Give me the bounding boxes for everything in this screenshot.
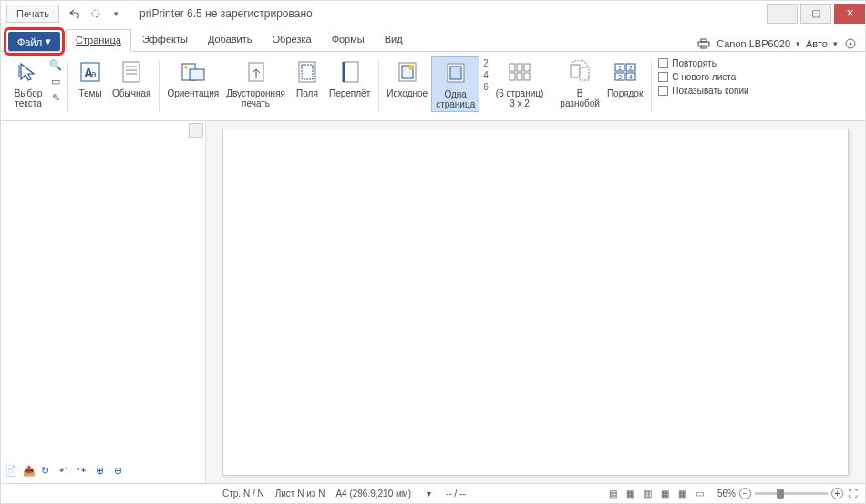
margins-button[interactable]: Поля [289, 56, 325, 110]
one-page-button[interactable]: Одна страница [431, 56, 479, 112]
svg-rect-31 [517, 73, 522, 80]
minimize-button[interactable]: — [767, 4, 798, 24]
status-sheet: Лист N из N [275, 489, 325, 499]
svg-text:2: 2 [629, 65, 633, 71]
showcopies-checkbox[interactable]: Показывать копии [655, 85, 751, 97]
svg-text:a: a [91, 69, 97, 79]
ribbon-group-select: Выбор текста 🔍 ▭ ✎ [6, 56, 67, 117]
pages-4-button[interactable]: 4 [481, 69, 490, 81]
six-pages-button[interactable]: (6 страниц) 3 x 2 [492, 56, 548, 110]
tab-effects[interactable]: Эффекты [133, 29, 197, 51]
view-single-icon[interactable]: ▤ [607, 488, 620, 500]
line-tool-icon[interactable]: ✎ [48, 90, 63, 105]
ribbon-group-themes: Aa Темы Обычная [68, 56, 158, 117]
rotate-right-icon[interactable]: ↷ [77, 465, 92, 479]
status-position: -- / -- [446, 489, 466, 499]
add-page-icon[interactable]: 📄 [5, 465, 19, 479]
select-text-button[interactable]: Выбор текста [10, 56, 46, 110]
fit-page-icon[interactable]: ⛶ [847, 488, 860, 500]
ribbon-group-order: В разнобой 1234 Порядок [552, 56, 650, 117]
printer-name[interactable]: Canon LBP6020 [717, 38, 790, 49]
printer-mode[interactable]: Авто [806, 38, 828, 49]
themes-button[interactable]: Aa Темы [72, 56, 108, 100]
pages-2-button[interactable]: 2 [481, 57, 490, 69]
refresh-icon[interactable]: ↻ [41, 465, 56, 479]
normal-button[interactable]: Обычная [108, 56, 154, 100]
preview-canvas[interactable] [206, 121, 865, 483]
select-text-label: Выбор текста [15, 88, 43, 108]
ribbon-group-pages: Исходное Одна страница 2 4 6 (6 страниц)… [379, 56, 551, 117]
view-continuous-icon[interactable]: ▦ [624, 488, 637, 500]
source-icon [393, 57, 422, 87]
binding-button[interactable]: Переплёт [325, 56, 374, 110]
pages-6-button[interactable]: 6 [481, 81, 490, 93]
repeat-checkbox[interactable]: Повторять [655, 57, 751, 69]
tab-add[interactable]: Добавить [199, 29, 262, 51]
orientation-button[interactable]: Ориентация [163, 56, 222, 110]
zoom-in-button[interactable]: + [831, 488, 843, 499]
orientation-icon [179, 57, 208, 87]
zoom-slider[interactable] [755, 492, 828, 495]
newsheet-checkbox[interactable]: С нового листа [655, 71, 751, 83]
view-thumbs-icon[interactable]: ▦ [676, 488, 689, 500]
gear-icon[interactable] [843, 36, 858, 51]
window-controls: — ▢ ✕ [767, 4, 865, 24]
page-preview [222, 129, 849, 476]
svg-text:1: 1 [618, 65, 622, 71]
thumbnail-pane: 📄 📤 ↻ ↶ ↷ ⊕ ⊖ [1, 121, 206, 483]
tab-forms[interactable]: Формы [323, 29, 374, 51]
printer-selector: Canon LBP6020 ▾ Авто ▾ [696, 36, 858, 51]
ribbon-group-layout: Ориентация Двусторонняя печать Поля Пере… [160, 56, 377, 117]
svg-text:4: 4 [629, 74, 633, 80]
one-page-icon [441, 58, 470, 87]
tab-view[interactable]: Вид [376, 29, 412, 51]
find-icon[interactable]: 🔍 [48, 57, 63, 72]
mode-dropdown-icon[interactable]: ▾ [833, 39, 838, 48]
paper-dropdown-icon[interactable]: ▾ [422, 488, 435, 500]
titlebar: Печать ▾ priPrinter 6.5 не зарегистриров… [1, 1, 865, 26]
view-grid-icon[interactable]: ▦ [659, 488, 672, 500]
zoom-out-button[interactable]: − [739, 488, 751, 499]
zoom-out-icon[interactable]: ⊖ [114, 465, 129, 479]
close-button[interactable]: ✕ [834, 4, 865, 24]
svg-point-5 [850, 43, 852, 46]
select-tools: 🔍 ▭ ✎ [48, 56, 63, 110]
quick-access-toolbar: ▾ [68, 6, 123, 21]
rotate-left-icon[interactable]: ↶ [59, 465, 74, 479]
undo-icon[interactable] [68, 6, 83, 21]
one-page-label: Одна страница [436, 89, 475, 109]
redo-icon[interactable] [88, 6, 103, 21]
workspace: 📄 📤 ↻ ↶ ↷ ⊕ ⊖ [1, 121, 865, 483]
random-button[interactable]: В разнобой [556, 56, 603, 110]
rect-select-icon[interactable]: ▭ [48, 74, 63, 88]
view-facing-icon[interactable]: ▥ [642, 488, 655, 500]
print-button[interactable]: Печать [6, 5, 59, 23]
printer-dropdown-icon[interactable]: ▾ [796, 39, 800, 48]
export-page-icon[interactable]: 📤 [23, 465, 37, 479]
zoom-thumb[interactable] [777, 489, 784, 499]
tab-page[interactable]: Страница [66, 29, 131, 52]
status-paper: A4 (296.9,210 мм) [335, 489, 411, 499]
grid-icon [505, 57, 534, 87]
source-button[interactable]: Исходное [383, 56, 431, 100]
zoom-in-icon[interactable]: ⊕ [96, 465, 110, 479]
pane-toggle-icon[interactable] [189, 123, 203, 138]
order-icon: 1234 [611, 57, 640, 87]
ribbon: Выбор текста 🔍 ▭ ✎ Aa Темы Обычная [1, 52, 865, 121]
svg-rect-33 [571, 65, 580, 77]
tab-crop[interactable]: Обрезка [263, 29, 321, 51]
view-book-icon[interactable]: ▭ [694, 488, 706, 500]
margins-icon [293, 57, 322, 87]
order-button[interactable]: 1234 Порядок [603, 56, 646, 110]
tab-label: Формы [332, 34, 365, 45]
tab-label: Страница [76, 35, 121, 46]
file-tab[interactable]: Файл▾ [8, 32, 60, 51]
random-icon [565, 57, 594, 87]
statusbar: Стр. N / N Лист N из N A4 (296.9,210 мм)… [1, 483, 865, 503]
svg-rect-10 [123, 62, 139, 82]
qat-dropdown-icon[interactable]: ▾ [108, 6, 123, 21]
maximize-button[interactable]: ▢ [800, 4, 831, 24]
duplex-button[interactable]: Двусторонняя печать [222, 56, 289, 110]
thumbnail-tools: 📄 📤 ↻ ↶ ↷ ⊕ ⊖ [5, 465, 129, 479]
checkbox-icon [658, 86, 668, 96]
